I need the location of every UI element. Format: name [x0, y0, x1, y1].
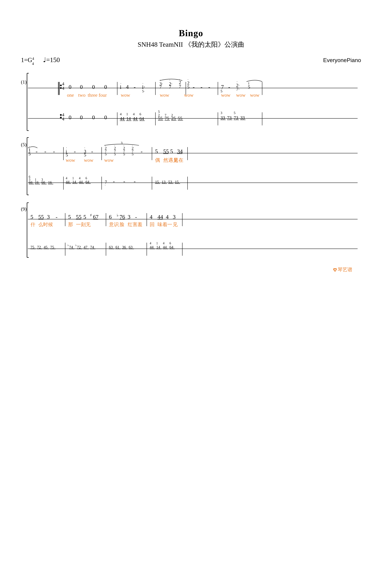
dot-3: ·	[160, 78, 161, 82]
note-i1: i	[120, 84, 121, 90]
lower-sup-4b: 4	[133, 112, 135, 116]
lower-44b-s5m2: 44	[79, 180, 83, 184]
score-title: Bingo	[18, 28, 364, 38]
lyric-shi-zai: 是在	[174, 158, 183, 163]
lower-14: 14	[126, 116, 131, 121]
note-67-s9m2: 67	[93, 214, 98, 220]
brand-label: EveryonePiano	[323, 57, 361, 63]
lyric-two: two	[78, 92, 86, 98]
dash-s9m1: -	[56, 214, 58, 220]
lower-73-m4: 73	[227, 115, 232, 120]
note-5-t1: 5	[105, 152, 107, 156]
lower-16-s5: 16	[35, 180, 38, 185]
note-5-s5: 5	[28, 151, 31, 156]
lower-33-m4: 33	[220, 115, 225, 120]
lyric-yi-shi: 意识	[109, 222, 119, 227]
dash-s5-2: -	[44, 148, 46, 154]
note-76-s9m3: 76	[119, 214, 125, 220]
svg-point-15	[60, 117, 62, 118]
note-0-1: 0	[69, 84, 71, 90]
svg-point-14	[60, 114, 62, 116]
lower-66-s5: 66	[29, 180, 33, 185]
lower-flat-b: ♭	[67, 244, 69, 247]
lower-55b-m3: 55	[178, 116, 182, 121]
note-4-s9m4: 4	[150, 214, 153, 220]
lower-45-s9m1: 45	[44, 245, 48, 249]
score-subtitle: SNH48 TeamNII 《我的太阳》公演曲	[18, 40, 364, 49]
lower-74-s9m2b: 74	[90, 245, 94, 249]
lower-53-s5m4: 53	[168, 180, 172, 184]
dash-s5m2b: -	[91, 148, 93, 154]
lower-25-m3: 25	[171, 116, 176, 121]
note-7dot-m4: 7·	[236, 86, 239, 92]
lower-72-s9m2: 72	[77, 245, 81, 249]
lower-15-s5m4: 15	[155, 180, 159, 184]
svg-point-7	[60, 87, 62, 89]
note-44-s9m4: 44	[157, 214, 163, 220]
lyric-wow-1: wow	[121, 92, 130, 98]
svg-point-6	[60, 85, 62, 86]
lyric-wow-5: wow	[236, 92, 246, 98]
lower-sup-1-s9m4: 1	[156, 242, 158, 245]
lower-dash-s5m3b: -	[123, 178, 125, 184]
section-label-5: (5)	[21, 142, 27, 147]
note-5-t2: 5	[114, 152, 116, 156]
lyric-wow-6: wow	[250, 92, 259, 98]
tempo-label: ♩=150	[43, 56, 60, 64]
lower-15b-s5m4: 15	[175, 180, 179, 184]
lyric-wow-4: wow	[221, 92, 230, 98]
dash-m3-c: -	[208, 84, 210, 90]
lyric-shen: 什	[30, 222, 36, 227]
lower-sup-5-m3: 5	[158, 110, 160, 114]
note-7-b: 7	[169, 84, 171, 89]
note-5b-s5m4: 5	[170, 148, 173, 154]
note-5-s9m1: 5	[31, 214, 33, 220]
lyric-wow-3: wow	[184, 92, 193, 98]
note-5-s9m2: 5	[68, 214, 71, 220]
piano-key	[334, 269, 335, 271]
note-0-4: 0	[104, 84, 107, 90]
watermark-text-label: 琴艺谱	[338, 267, 352, 273]
lyric-jian: 见	[173, 222, 178, 227]
lower-sup-1-s5m2: 1	[72, 176, 74, 180]
note-5-s5m4: 5	[155, 148, 158, 154]
watermark-group: 琴艺谱	[333, 267, 352, 273]
dash-s5m3: -	[141, 148, 143, 154]
dash-m3-a: -	[193, 84, 195, 90]
tempo-info: 1=G44 ♩=150	[21, 56, 60, 64]
lower-13-s5m4: 13	[162, 180, 166, 184]
lower-sup-6-s5m2: 6	[85, 176, 87, 180]
lower-sup-3-m4: 3	[220, 111, 222, 115]
lower-44-s9m4: 44	[150, 245, 153, 249]
lower-33b-m4: 33	[240, 115, 245, 120]
lyric-three-four: three four	[88, 92, 107, 98]
lower-73b-m4: 73	[234, 115, 238, 120]
dash-m4: -	[228, 84, 230, 90]
lower-44b-s9m4: 44	[163, 245, 167, 249]
lower-61-s9m3: 61	[115, 245, 119, 249]
section-label-1: (1)	[21, 79, 27, 85]
lower-sup-6-s9m4: 6	[170, 242, 171, 245]
lower-dash-s5m3c: -	[134, 178, 136, 184]
lower-66b-s5: 66	[41, 180, 45, 185]
lyric-wow-2: wow	[160, 92, 169, 98]
lower-0-3: 0	[92, 114, 95, 121]
lower-64-s9m4: 64	[170, 245, 173, 249]
note-5-t4: 5	[132, 152, 134, 156]
lower-14-s5m2: 14	[72, 180, 76, 184]
lower-sup-4b-s5m2: 4	[79, 176, 80, 180]
lower-sup-6: 6	[139, 112, 141, 116]
lower-64: 64	[139, 116, 144, 121]
score-container: (1) 4 4 0 0 0 0 one two three four · i 4…	[18, 68, 364, 588]
note-0-3: 0	[92, 84, 95, 90]
lower-44b: 44	[133, 116, 137, 121]
time-sig-bottom: 4	[62, 86, 64, 91]
note-6-s9m3: 6	[109, 214, 112, 220]
lyric-yi-ke-wu: 一刻无	[76, 222, 91, 227]
piano-key	[335, 269, 335, 271]
lower-sup-4-s5m2: 4	[66, 176, 67, 180]
note-7-small: 7	[179, 84, 181, 89]
lower-0-1: 0	[69, 114, 71, 121]
lower-74-s9m2: 74	[69, 245, 73, 249]
lower-75b-s9m1: 75	[50, 245, 54, 249]
